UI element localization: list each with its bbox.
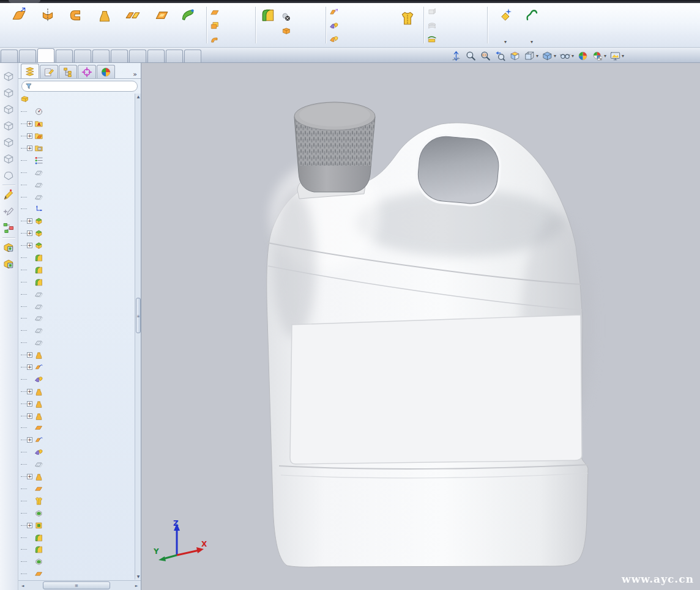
viewbar-hide-show-items[interactable]: ▾ [559, 50, 574, 62]
tree-item[interactable]: +A [18, 118, 136, 130]
tab-草图[interactable] [19, 50, 36, 62]
tab-Simulation[interactable] [184, 50, 201, 62]
tree-item[interactable] [18, 106, 136, 118]
ribbon-item-thicken-cut[interactable] [426, 19, 439, 32]
tree-item[interactable] [18, 154, 136, 166]
rail-wire-cube-4[interactable] [0, 134, 17, 150]
rail-sketch-3d-8[interactable] [0, 186, 17, 203]
tree-root-item[interactable] [18, 94, 136, 106]
ribbon-button-extrude-surface[interactable] [5, 5, 33, 45]
tab-钣金[interactable] [56, 50, 73, 62]
tree-item[interactable]: + [18, 385, 136, 397]
tree-filter-input[interactable] [21, 81, 138, 92]
viewbar-edit-appearance[interactable] [577, 50, 589, 62]
ribbon-button-fill-surface[interactable] [147, 5, 176, 45]
ribbon-item-thicken[interactable] [426, 6, 439, 19]
tree-item[interactable]: + [18, 130, 136, 142]
scroll-right-icon[interactable]: ► [133, 582, 140, 589]
panel-tab-property-manager[interactable] [40, 65, 58, 78]
ribbon-button-revolve-surface[interactable] [34, 5, 62, 45]
tab-曲面[interactable] [37, 48, 54, 62]
tree-item[interactable] [18, 422, 136, 434]
scroll-down-icon[interactable]: ▼ [135, 573, 141, 580]
tree-item[interactable] [18, 252, 136, 264]
expand-icon[interactable]: + [27, 121, 32, 127]
rail-wire-cube-0[interactable] [0, 68, 17, 84]
rail-iso-cube-12[interactable] [0, 239, 17, 256]
viewbar-section-view[interactable] [509, 50, 521, 62]
horizontal-scroll-thumb[interactable]: ≡ [43, 581, 110, 589]
tree-item[interactable]: + [18, 361, 136, 374]
ribbon-item-cut-with-surface[interactable] [426, 32, 439, 46]
tree-item[interactable] [18, 312, 136, 325]
tree-item[interactable] [18, 203, 136, 215]
ribbon-item-planar-surface[interactable] [209, 6, 222, 19]
scroll-up-icon[interactable]: ▲ [135, 94, 141, 100]
dropdown-caret-icon[interactable]: ▾ [604, 54, 606, 58]
tree-item[interactable]: + [18, 215, 136, 227]
tree-item[interactable] [18, 179, 136, 191]
dropdown-caret-icon[interactable]: ▾ [531, 40, 533, 44]
tree-item[interactable] [18, 556, 136, 568]
ribbon-button-knit-surface[interactable] [393, 8, 422, 48]
expand-icon[interactable]: + [27, 133, 32, 139]
panel-tab-dimxpert-manager[interactable] [78, 65, 96, 78]
ribbon-item-untrim-surface[interactable] [328, 32, 341, 46]
tree-item[interactable]: + [18, 240, 136, 252]
dropdown-caret-icon[interactable]: ▾ [536, 54, 538, 58]
viewbar-zoom-fit[interactable] [465, 50, 477, 62]
tree-item[interactable] [18, 495, 136, 507]
rail-wire-cube-1[interactable] [0, 84, 17, 101]
tab-直接编辑[interactable] [92, 50, 110, 62]
tree-item[interactable]: + [18, 471, 136, 483]
tree-item[interactable] [18, 568, 136, 580]
tree-item[interactable]: + [18, 410, 136, 422]
tree-vertical-scrollbar[interactable]: ▲≡▼ [135, 94, 141, 580]
panel-tabs-more-chevron[interactable]: » [133, 70, 137, 78]
ribbon-item-offset-surface[interactable] [209, 19, 222, 32]
tab-办公室产品[interactable] [147, 50, 165, 62]
tree-item[interactable] [18, 531, 136, 544]
expand-icon[interactable]: + [27, 230, 32, 236]
expand-icon[interactable]: + [27, 401, 32, 407]
ribbon-item-trim-surface[interactable] [328, 19, 341, 32]
scroll-left-icon[interactable]: ◄ [19, 582, 26, 589]
panel-tab-display-manager[interactable] [97, 65, 115, 78]
rail-iso-cube2-13[interactable] [0, 256, 17, 272]
rail-relations-10[interactable] [0, 219, 17, 236]
tree-item[interactable] [18, 264, 136, 276]
expand-icon[interactable]: + [27, 437, 32, 443]
vertical-scroll-thumb[interactable]: ≡ [136, 298, 141, 333]
expand-icon[interactable]: + [27, 146, 32, 151]
tab-评估[interactable] [111, 50, 128, 62]
ribbon-button-freeform[interactable] [176, 5, 200, 45]
tree-item[interactable] [18, 166, 136, 179]
tree-item[interactable]: + [18, 349, 136, 361]
tree-item[interactable]: + [18, 434, 136, 446]
tree-item[interactable] [18, 373, 136, 385]
tab-Flow Simulation[interactable] [166, 50, 183, 62]
viewbar-view-settings[interactable]: ▾ [609, 50, 624, 62]
expand-icon[interactable]: + [27, 243, 32, 248]
ribbon-item-delete-face[interactable] [280, 10, 294, 24]
rail-wire-cube-5[interactable] [0, 150, 17, 167]
dropdown-caret-icon[interactable]: ▾ [554, 54, 556, 58]
panel-tab-configuration-manager[interactable] [59, 65, 77, 78]
tab-特征[interactable] [1, 50, 18, 62]
ribbon-button-curves[interactable]: ▾ [521, 5, 542, 45]
tree-item[interactable] [18, 459, 136, 471]
expand-icon[interactable]: + [27, 389, 32, 394]
tab-焊件[interactable] [74, 50, 91, 62]
expand-icon[interactable]: + [27, 218, 32, 224]
rail-wire-round-6[interactable] [0, 167, 17, 183]
graphics-viewport[interactable]: Z X Y www.ayc.cn [141, 63, 700, 590]
expand-icon[interactable]: + [27, 352, 32, 358]
tree-item[interactable] [18, 544, 136, 556]
expand-icon[interactable]: + [27, 474, 32, 479]
tree-item[interactable] [18, 191, 136, 203]
panel-tab-feature-manager[interactable] [21, 64, 39, 78]
rail-wire-cube-3[interactable] [0, 117, 17, 134]
ribbon-item-extend-surface[interactable] [328, 6, 341, 19]
tree-item[interactable]: + [18, 397, 136, 410]
viewbar-zoom-area[interactable] [480, 50, 491, 62]
